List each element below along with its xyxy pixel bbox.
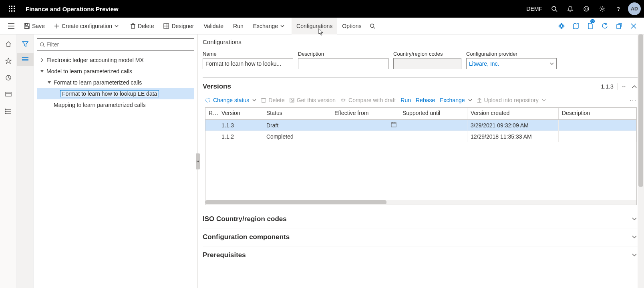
chevron-down-icon[interactable] bbox=[38, 70, 46, 73]
diamond-icon[interactable] bbox=[554, 18, 569, 34]
map-icon[interactable] bbox=[569, 18, 583, 34]
upload-repo-button[interactable]: Upload into repository bbox=[477, 97, 546, 103]
search-command-icon[interactable] bbox=[366, 18, 381, 34]
validate-button[interactable]: Validate bbox=[199, 18, 229, 34]
tree-item[interactable]: Format to learn parameterized calls bbox=[37, 77, 194, 88]
table-cell[interactable]: 3/29/2021 09:32:09 AM bbox=[467, 120, 559, 131]
app-launcher-icon[interactable] bbox=[3, 6, 21, 12]
scrollbar-thumb[interactable] bbox=[638, 34, 643, 187]
workspace-icon[interactable] bbox=[0, 88, 17, 101]
scrollbar-thumb[interactable] bbox=[205, 200, 386, 204]
svg-rect-4 bbox=[11, 8, 12, 9]
star-icon[interactable] bbox=[0, 54, 17, 67]
svg-rect-37 bbox=[6, 92, 11, 96]
versions-grid: R... Version Status Effective from Suppo… bbox=[205, 107, 637, 205]
save-button[interactable]: Save bbox=[19, 18, 50, 34]
vertical-scrollbar[interactable] bbox=[638, 34, 644, 288]
col-version[interactable]: Version bbox=[218, 108, 263, 119]
recent-icon[interactable] bbox=[0, 71, 17, 84]
gear-icon[interactable] bbox=[594, 0, 610, 18]
calendar-icon[interactable] bbox=[391, 122, 396, 129]
close-icon[interactable] bbox=[626, 18, 641, 34]
configurations-button[interactable]: Configurations bbox=[292, 18, 337, 34]
svg-point-14 bbox=[587, 8, 588, 8]
chevron-right-icon[interactable] bbox=[38, 58, 46, 62]
tree-item[interactable]: Model to learn parameterized calls bbox=[37, 66, 194, 77]
table-cell[interactable] bbox=[331, 131, 399, 142]
tree-item-label: Format to learn how to lookup LE data bbox=[60, 90, 159, 97]
description-input[interactable] bbox=[298, 58, 388, 69]
table-cell[interactable]: 1.1.3 bbox=[218, 120, 263, 131]
col-description[interactable]: Description bbox=[559, 108, 636, 119]
table-row[interactable]: 1.1.3Draft3/29/2021 09:32:09 AM bbox=[205, 120, 636, 131]
search-icon[interactable] bbox=[546, 0, 562, 18]
table-cell[interactable] bbox=[399, 120, 467, 131]
lines-icon[interactable] bbox=[17, 53, 34, 66]
rebase-button[interactable]: Rebase bbox=[416, 97, 435, 103]
svg-point-15 bbox=[602, 8, 604, 10]
modules-icon[interactable] bbox=[0, 105, 17, 118]
versions-title: Versions bbox=[203, 83, 601, 91]
popout-icon[interactable] bbox=[612, 18, 626, 34]
page-title: Configurations bbox=[203, 38, 639, 45]
document-count-icon[interactable]: 0 bbox=[583, 18, 598, 34]
compare-button[interactable]: Compare with draft bbox=[340, 97, 396, 103]
table-cell[interactable]: 1.1.2 bbox=[218, 131, 263, 142]
table-cell[interactable] bbox=[331, 120, 399, 131]
col-effective-from[interactable]: Effective from bbox=[331, 108, 399, 119]
create-configuration-button[interactable]: Create configuration bbox=[50, 18, 126, 34]
col-version-created[interactable]: Version created bbox=[467, 108, 559, 119]
col-status[interactable]: Status bbox=[263, 108, 331, 119]
funnel-icon[interactable] bbox=[17, 38, 34, 50]
provider-select[interactable]: Litware, Inc. bbox=[466, 58, 557, 69]
versions-run-button[interactable]: Run bbox=[400, 97, 411, 103]
tree-item[interactable]: Electronic ledger accounting model MX bbox=[37, 54, 194, 66]
run-button[interactable]: Run bbox=[228, 18, 248, 34]
table-cell[interactable] bbox=[205, 131, 218, 142]
configurations-label: Configurations bbox=[296, 23, 332, 29]
designer-label: Designer bbox=[171, 23, 194, 29]
designer-button[interactable]: Designer bbox=[159, 18, 199, 34]
versions-delete-button[interactable]: Delete bbox=[261, 97, 284, 103]
options-button[interactable]: Options bbox=[337, 18, 366, 34]
hamburger-icon[interactable] bbox=[3, 18, 19, 34]
help-icon[interactable] bbox=[610, 0, 626, 18]
section-versions-header[interactable]: Versions 1.1.3 -- bbox=[203, 78, 639, 95]
home-icon[interactable] bbox=[0, 38, 17, 50]
section-iso-header[interactable]: ISO Country/region codes bbox=[203, 210, 639, 228]
svg-rect-3 bbox=[9, 8, 10, 9]
get-version-button[interactable]: Get this version bbox=[290, 97, 336, 103]
tree-filter-input[interactable] bbox=[46, 41, 191, 48]
table-cell[interactable]: Draft bbox=[263, 120, 331, 131]
col-r[interactable]: R... bbox=[205, 108, 218, 119]
section-components-header[interactable]: Configuration components bbox=[203, 228, 639, 246]
table-cell[interactable] bbox=[559, 120, 636, 131]
exchange-button[interactable]: Exchange bbox=[248, 18, 292, 34]
versions-exchange-button[interactable]: Exchange bbox=[440, 97, 472, 103]
section-prerequisites-header[interactable]: Prerequisites bbox=[203, 246, 639, 264]
name-input[interactable]: Format to learn how to looku... bbox=[203, 58, 293, 69]
horizontal-scrollbar[interactable] bbox=[205, 200, 636, 205]
table-cell[interactable]: 12/29/2018 11:35:33 AM bbox=[467, 131, 559, 142]
tree-item[interactable]: Mapping to learn parameterized calls bbox=[37, 99, 194, 111]
refresh-icon[interactable] bbox=[598, 18, 612, 34]
chevron-down-icon[interactable] bbox=[46, 81, 53, 84]
col-supported-until[interactable]: Supported until bbox=[399, 108, 467, 119]
table-cell[interactable] bbox=[205, 120, 218, 131]
tree-item[interactable]: Format to learn how to lookup LE data bbox=[37, 88, 194, 99]
delete-button[interactable]: Delete bbox=[126, 18, 159, 34]
change-status-button[interactable]: Change status bbox=[205, 97, 256, 103]
bell-icon[interactable] bbox=[562, 0, 578, 18]
avatar[interactable]: AD bbox=[628, 2, 641, 15]
table-cell[interactable] bbox=[559, 131, 636, 142]
company-code[interactable]: DEMF bbox=[522, 6, 546, 12]
table-cell[interactable] bbox=[399, 131, 467, 142]
tree-item-label: Model to learn parameterized calls bbox=[46, 68, 133, 75]
table-row[interactable]: 1.1.2Completed12/29/2018 11:35:33 AM bbox=[205, 131, 636, 142]
more-icon[interactable]: ··· bbox=[630, 97, 637, 103]
smile-icon[interactable] bbox=[578, 0, 594, 18]
validate-label: Validate bbox=[204, 23, 224, 29]
provider-label: Configuration provider bbox=[466, 51, 557, 57]
tree-filter[interactable] bbox=[37, 38, 194, 50]
table-cell[interactable]: Completed bbox=[263, 131, 331, 142]
